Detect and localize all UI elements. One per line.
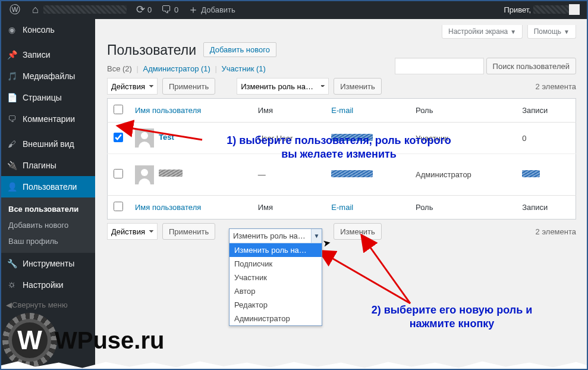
wp-logo[interactable]: ⓦ	[5, 0, 27, 19]
comments-count: 0	[174, 5, 178, 14]
col-posts: Записи	[516, 196, 576, 220]
role-option[interactable]: Редактор	[229, 298, 322, 312]
cell-email	[325, 123, 410, 154]
my-account[interactable]: Привет,	[499, 0, 583, 19]
cell-email	[325, 154, 410, 196]
collapse-menu[interactable]: ◀Свернуть меню	[0, 296, 95, 314]
cell-role: Участник	[410, 123, 516, 154]
user-icon: 👤	[6, 181, 18, 193]
menu-media[interactable]: 🎵Медиафайлы	[0, 65, 95, 87]
col-email[interactable]: E-mail	[331, 203, 353, 212]
submenu-all-users[interactable]: Все пользователи	[0, 201, 95, 217]
role-option[interactable]: Участник	[229, 271, 322, 284]
cell-posts: 0	[516, 123, 576, 154]
cell-posts	[516, 154, 576, 196]
items-count-top: 2 элемента	[536, 82, 576, 91]
menu-plugins[interactable]: 🔌Плагины	[0, 155, 95, 176]
updates-link[interactable]: ⟳0	[131, 0, 156, 19]
search-button[interactable]: Поиск пользователей	[486, 58, 576, 74]
change-role-button-bottom[interactable]: Изменить	[334, 223, 382, 240]
bulk-actions-select[interactable]: Действия	[107, 78, 158, 95]
avatar-icon	[135, 128, 154, 148]
screen-options-tab[interactable]: Настройки экрана▼	[442, 25, 523, 39]
col-name: Имя	[252, 196, 326, 220]
col-role: Роль	[410, 99, 516, 123]
row-checkbox[interactable]	[114, 169, 123, 178]
bulk-actions-select-bottom[interactable]: Действия	[107, 223, 158, 240]
menu-tools[interactable]: 🔧Инструменты	[0, 253, 95, 274]
dashboard-icon: ◉	[6, 24, 18, 36]
new-content[interactable]: ＋Добавить	[183, 0, 240, 19]
select-all-top[interactable]	[114, 105, 123, 114]
menu-posts[interactable]: 📌Записи	[0, 44, 95, 65]
menu-users[interactable]: 👤Пользователи	[0, 176, 95, 197]
comment-icon: 🗨	[6, 113, 18, 125]
submenu-your-profile[interactable]: Ваш профиль	[0, 233, 95, 249]
help-tab[interactable]: Помощь▼	[527, 25, 576, 39]
user-search: Поиск пользователей	[395, 58, 576, 74]
tools-icon: 🔧	[6, 258, 18, 269]
page-icon: 📄	[6, 92, 18, 104]
row-checkbox[interactable]	[114, 133, 123, 142]
username-link[interactable]: Test	[159, 133, 174, 142]
apply-bulk-button[interactable]: Применить	[162, 78, 215, 95]
brush-icon: 🖌	[6, 138, 18, 150]
chevron-down-icon[interactable]: ▼	[311, 229, 322, 243]
change-role-button-top[interactable]: Изменить	[334, 78, 382, 95]
search-input[interactable]	[395, 58, 484, 74]
menu-appearance[interactable]: 🖌Внешний вид	[0, 133, 95, 155]
avatar-icon	[135, 165, 154, 184]
chevron-down-icon: ▼	[510, 29, 516, 35]
users-table: Имя пользователя Имя E-mail Роль Записи …	[107, 98, 576, 220]
settings-icon: ⛭	[6, 279, 18, 291]
cell-role: Администратор	[410, 154, 516, 196]
username-link[interactable]	[159, 170, 183, 178]
menu-pages[interactable]: 📄Страницы	[0, 87, 95, 108]
menu-settings[interactable]: ⛭Настройки	[0, 274, 95, 296]
avatar-small-icon	[569, 4, 580, 15]
col-username[interactable]: Имя пользователя	[135, 106, 201, 115]
chevron-down-icon: ▼	[564, 29, 570, 35]
collapse-icon: ◀	[6, 300, 12, 309]
change-role-dropdown-open[interactable]: Изменить роль на… ▼ Изменить роль на… По…	[229, 228, 322, 326]
col-name: Имя	[252, 99, 326, 123]
role-option[interactable]: Изменить роль на…	[229, 243, 322, 257]
menu-dashboard[interactable]: ◉Консоль	[0, 19, 95, 40]
apply-bulk-button-bottom[interactable]: Применить	[162, 223, 215, 240]
tablenav-bottom: Действия Применить Изменить 2 элемента	[107, 223, 576, 240]
screen-meta: Настройки экрана▼ Помощь▼	[107, 25, 576, 39]
select-all-bottom[interactable]	[114, 202, 123, 211]
admin-sidebar: ◉Консоль 📌Записи 🎵Медиафайлы 📄Страницы 🗨…	[0, 19, 95, 370]
role-option[interactable]: Автор	[229, 284, 322, 298]
menu-comments[interactable]: 🗨Комментарии	[0, 108, 95, 130]
cell-name: User User	[252, 123, 326, 154]
table-row: Test User User Участник 0	[108, 123, 576, 154]
plugin-icon: 🔌	[6, 159, 18, 171]
col-role: Роль	[410, 196, 516, 220]
role-option[interactable]: Администратор	[229, 312, 322, 325]
filter-all[interactable]: Все (2)	[107, 64, 132, 73]
role-option[interactable]: Подписчик	[229, 257, 322, 271]
table-row: — Администратор	[108, 154, 576, 196]
change-role-select-top[interactable]: Изменить роль на…	[237, 78, 329, 95]
submenu-add-new[interactable]: Добавить нового	[0, 217, 95, 233]
cell-name: —	[252, 154, 326, 196]
items-count-bottom: 2 элемента	[536, 227, 576, 236]
site-home[interactable]: ⌂	[27, 0, 131, 19]
dropdown-selected[interactable]: Изменить роль на… ▼	[229, 229, 322, 243]
page-title: Пользователи	[107, 42, 196, 58]
col-username[interactable]: Имя пользователя	[135, 203, 201, 212]
pin-icon: 📌	[6, 49, 18, 61]
tablenav-top: Действия Применить Изменить роль на… Изм…	[107, 78, 576, 95]
add-new-user-button[interactable]: Добавить нового	[203, 42, 276, 57]
submenu-users: Все пользователи Добавить нового Ваш про…	[0, 197, 95, 253]
media-icon: 🎵	[6, 70, 18, 82]
filter-admin[interactable]: Администратор (1)	[143, 64, 210, 73]
col-email[interactable]: E-mail	[331, 106, 353, 115]
new-label: Добавить	[201, 5, 235, 14]
updates-count: 0	[147, 5, 152, 14]
filter-contributor[interactable]: Участник (1)	[222, 64, 266, 73]
comments-link[interactable]: 🗨0	[156, 0, 183, 19]
admin-toolbar: ⓦ ⌂ ⟳0 🗨0 ＋Добавить Привет,	[0, 0, 588, 19]
col-posts: Записи	[516, 99, 576, 123]
